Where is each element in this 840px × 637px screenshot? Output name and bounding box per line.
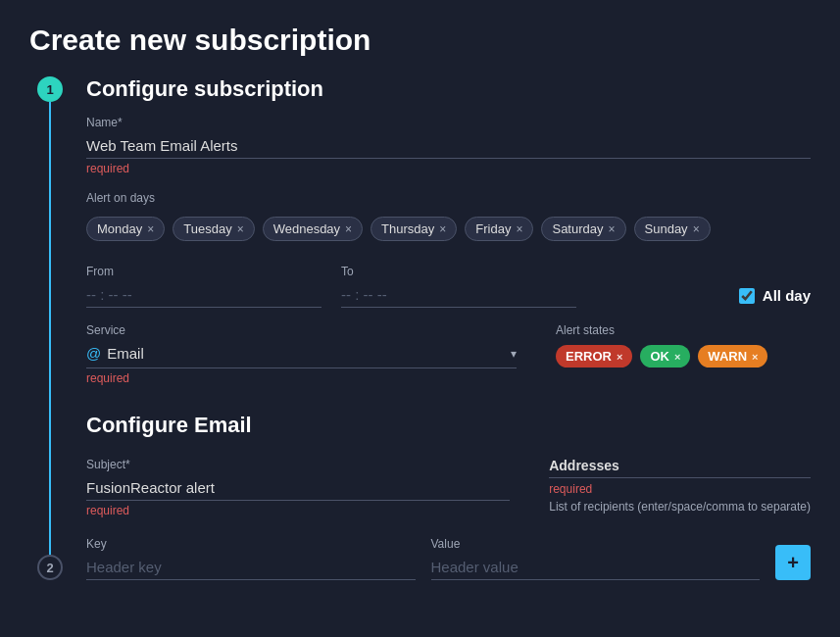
- subject-input[interactable]: [86, 475, 510, 501]
- value-label: Value: [431, 537, 761, 551]
- key-input[interactable]: [86, 555, 416, 580]
- day-tag-friday[interactable]: Friday ×: [465, 217, 533, 241]
- allday-checkbox[interactable]: [739, 288, 755, 304]
- day-tag-monday[interactable]: Monday ×: [86, 217, 165, 241]
- day-tag-tuesday[interactable]: Tuesday ×: [173, 217, 254, 241]
- remove-warn[interactable]: ×: [752, 351, 758, 363]
- to-label: To: [341, 265, 576, 278]
- service-select[interactable]: @ Email ▾: [86, 341, 517, 368]
- remove-friday[interactable]: ×: [516, 222, 522, 236]
- day-tag-wednesday[interactable]: Wednesday ×: [263, 217, 363, 241]
- step-1-circle: 1: [37, 76, 63, 102]
- addresses-hint-text: List of recipients (enter/space/comma to…: [549, 500, 811, 514]
- add-header-button[interactable]: +: [775, 545, 811, 580]
- name-label: Name*: [86, 116, 811, 129]
- service-value-text: Email: [107, 345, 144, 362]
- subject-label: Subject*: [86, 458, 510, 471]
- alert-tags: ERROR × OK × WARN ×: [556, 345, 811, 368]
- addresses-col: Addresses required List of recipients (e…: [549, 458, 811, 517]
- to-input[interactable]: [341, 282, 576, 308]
- timeline-connector: [49, 102, 51, 555]
- section2-title: Configure Email: [86, 413, 252, 438]
- key-label: Key: [86, 537, 416, 551]
- from-input[interactable]: [86, 282, 321, 308]
- remove-monday[interactable]: ×: [147, 222, 154, 236]
- name-field-group: Name* required: [86, 116, 811, 175]
- name-required-text: required: [86, 162, 811, 175]
- days-container: Monday × Tuesday × Wednesday × Thursday …: [86, 209, 811, 249]
- page-title: Create new subscription: [29, 24, 811, 57]
- remove-error[interactable]: ×: [617, 351, 622, 363]
- remove-tuesday[interactable]: ×: [237, 222, 244, 236]
- addresses-required-text: required: [549, 482, 811, 496]
- from-field: From: [86, 265, 321, 308]
- days-field-group: Alert on days Monday × Tuesday × Wednesd…: [86, 191, 811, 249]
- key-field: Key: [86, 537, 416, 580]
- addresses-label: Addresses: [549, 458, 811, 473]
- remove-sunday[interactable]: ×: [693, 222, 700, 236]
- addresses-divider: [549, 477, 811, 478]
- allday-label: All day: [763, 287, 811, 304]
- key-value-row: Key Value +: [86, 537, 811, 580]
- chevron-down-icon: ▾: [511, 347, 517, 361]
- alert-tag-ok[interactable]: OK ×: [640, 345, 690, 368]
- service-field: Service @ Email ▾ required: [86, 323, 517, 385]
- alert-tag-error[interactable]: ERROR ×: [556, 345, 632, 368]
- email-at-icon: @: [86, 345, 101, 362]
- name-input[interactable]: [86, 133, 811, 159]
- subject-addresses-row: Subject* required Addresses required Lis…: [86, 458, 811, 517]
- to-field: To: [341, 265, 576, 308]
- subject-required-text: required: [86, 504, 510, 517]
- section1-title: Configure subscription: [86, 76, 323, 102]
- remove-ok[interactable]: ×: [674, 351, 680, 363]
- day-tag-thursday[interactable]: Thursday ×: [371, 217, 457, 241]
- day-tag-sunday[interactable]: Sunday ×: [634, 217, 711, 241]
- alert-tag-warn[interactable]: WARN ×: [698, 345, 767, 368]
- from-label: From: [86, 265, 321, 278]
- value-input[interactable]: [431, 555, 761, 580]
- alert-states-container: Alert states ERROR × OK × WARN ×: [556, 323, 811, 368]
- service-alert-row: Service @ Email ▾ required Alert states …: [86, 323, 811, 385]
- service-label: Service: [86, 323, 517, 337]
- value-field: Value: [431, 537, 761, 580]
- step-2-circle: 2: [37, 555, 63, 580]
- remove-thursday[interactable]: ×: [439, 222, 446, 236]
- section2-header: Configure Email: [86, 413, 811, 438]
- allday-container: All day: [739, 287, 811, 308]
- remove-saturday[interactable]: ×: [609, 222, 616, 236]
- subject-col: Subject* required: [86, 458, 510, 517]
- days-label: Alert on days: [86, 191, 811, 205]
- service-required-text: required: [86, 371, 517, 385]
- alert-states-label: Alert states: [556, 323, 811, 337]
- time-row: From To All day: [86, 265, 811, 308]
- day-tag-saturday[interactable]: Saturday ×: [541, 217, 625, 241]
- remove-wednesday[interactable]: ×: [345, 222, 352, 236]
